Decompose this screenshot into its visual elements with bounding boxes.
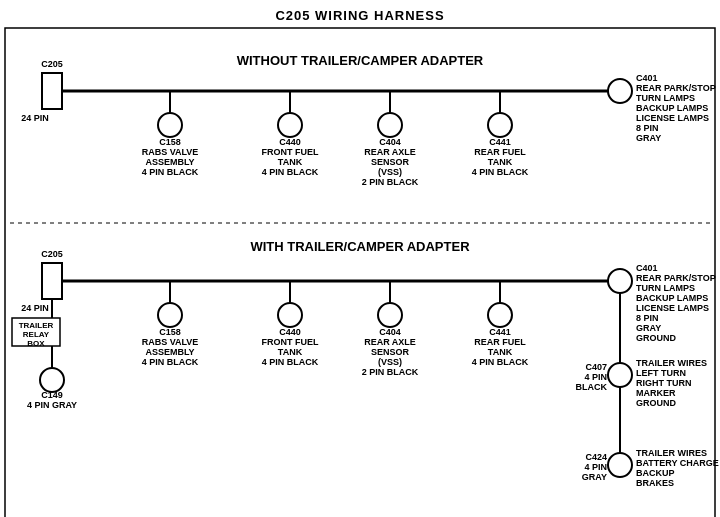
svg-point-73 [608, 453, 632, 477]
svg-text:C205: C205 [41, 59, 63, 69]
svg-text:C158: C158 [159, 137, 181, 147]
svg-text:C441: C441 [489, 327, 511, 337]
svg-text:24 PIN: 24 PIN [21, 113, 49, 123]
svg-text:4 PIN BLACK: 4 PIN BLACK [262, 357, 319, 367]
svg-text:4 PIN: 4 PIN [584, 372, 607, 382]
svg-text:RELAY: RELAY [23, 330, 50, 339]
svg-text:TRAILER WIRES: TRAILER WIRES [636, 448, 707, 458]
svg-text:4 PIN BLACK: 4 PIN BLACK [262, 167, 319, 177]
svg-text:ASSEMBLY: ASSEMBLY [145, 347, 194, 357]
svg-text:C441: C441 [489, 137, 511, 147]
svg-text:4 PIN BLACK: 4 PIN BLACK [472, 357, 529, 367]
diagram-container: WITHOUT TRAILER/CAMPER ADAPTER C205 24 P… [0, 23, 720, 517]
svg-text:TRAILER: TRAILER [19, 321, 54, 330]
svg-rect-2 [42, 73, 62, 109]
svg-text:C401: C401 [636, 263, 658, 273]
svg-point-26 [378, 113, 402, 137]
svg-text:SENSOR: SENSOR [371, 157, 410, 167]
svg-text:C404: C404 [379, 327, 401, 337]
svg-text:RABS VALVE: RABS VALVE [142, 147, 199, 157]
svg-text:ASSEMBLY: ASSEMBLY [145, 157, 194, 167]
svg-point-5 [608, 79, 632, 103]
svg-text:C404: C404 [379, 137, 401, 147]
svg-text:(VSS): (VSS) [378, 357, 402, 367]
svg-text:2 PIN BLACK: 2 PIN BLACK [362, 367, 419, 377]
svg-text:BRAKES: BRAKES [636, 478, 674, 488]
svg-text:BOX: BOX [27, 339, 45, 348]
svg-text:LEFT TURN: LEFT TURN [636, 368, 686, 378]
svg-text:GROUND: GROUND [636, 398, 676, 408]
svg-text:4 PIN BLACK: 4 PIN BLACK [142, 357, 199, 367]
svg-text:LICENSE LAMPS: LICENSE LAMPS [636, 113, 709, 123]
svg-text:REAR FUEL: REAR FUEL [474, 337, 526, 347]
svg-point-63 [608, 363, 632, 387]
svg-point-20 [278, 113, 302, 137]
svg-text:BACKUP LAMPS: BACKUP LAMPS [636, 103, 708, 113]
svg-text:C424: C424 [585, 452, 607, 462]
svg-text:BATTERY CHARGE: BATTERY CHARGE [636, 458, 719, 468]
svg-text:GROUND: GROUND [636, 333, 676, 343]
svg-text:2 PIN BLACK: 2 PIN BLACK [362, 177, 419, 187]
svg-text:TURN LAMPS: TURN LAMPS [636, 93, 695, 103]
svg-point-82 [158, 303, 182, 327]
svg-text:WITHOUT  TRAILER/CAMPER  ADAPT: WITHOUT TRAILER/CAMPER ADAPTER [237, 53, 484, 68]
svg-point-53 [608, 269, 632, 293]
svg-text:REAR AXLE: REAR AXLE [364, 337, 416, 347]
svg-text:GRAY: GRAY [636, 323, 661, 333]
svg-text:4 PIN GRAY: 4 PIN GRAY [27, 400, 77, 410]
svg-text:REAR PARK/STOP: REAR PARK/STOP [636, 273, 716, 283]
svg-text:BACKUP LAMPS: BACKUP LAMPS [636, 293, 708, 303]
svg-text:GRAY: GRAY [582, 472, 607, 482]
svg-text:GRAY: GRAY [636, 133, 661, 143]
svg-text:24 PIN: 24 PIN [21, 303, 49, 313]
svg-text:C407: C407 [585, 362, 607, 372]
svg-text:C440: C440 [279, 137, 301, 147]
svg-point-88 [278, 303, 302, 327]
svg-text:TANK: TANK [488, 347, 513, 357]
svg-rect-41 [42, 263, 62, 299]
svg-text:C401: C401 [636, 73, 658, 83]
svg-text:TANK: TANK [278, 347, 303, 357]
page-title: C205 WIRING HARNESS [0, 0, 720, 23]
svg-text:8 PIN: 8 PIN [636, 123, 659, 133]
svg-text:FRONT FUEL: FRONT FUEL [262, 337, 319, 347]
svg-text:LICENSE LAMPS: LICENSE LAMPS [636, 303, 709, 313]
svg-text:TURN LAMPS: TURN LAMPS [636, 283, 695, 293]
svg-point-94 [378, 303, 402, 327]
svg-text:C205: C205 [41, 249, 63, 259]
svg-text:REAR FUEL: REAR FUEL [474, 147, 526, 157]
svg-text:C149: C149 [41, 390, 63, 400]
svg-text:4 PIN BLACK: 4 PIN BLACK [142, 167, 199, 177]
svg-text:4 PIN: 4 PIN [584, 462, 607, 472]
svg-text:TRAILER WIRES: TRAILER WIRES [636, 358, 707, 368]
svg-text:BACKUP: BACKUP [636, 468, 675, 478]
svg-text:SENSOR: SENSOR [371, 347, 410, 357]
svg-text:WITH  TRAILER/CAMPER  ADAPTER: WITH TRAILER/CAMPER ADAPTER [250, 239, 470, 254]
svg-text:REAR AXLE: REAR AXLE [364, 147, 416, 157]
svg-text:REAR PARK/STOP: REAR PARK/STOP [636, 83, 716, 93]
svg-point-101 [488, 303, 512, 327]
svg-text:C158: C158 [159, 327, 181, 337]
svg-text:(VSS): (VSS) [378, 167, 402, 177]
svg-point-14 [158, 113, 182, 137]
svg-text:TANK: TANK [278, 157, 303, 167]
svg-text:4 PIN BLACK: 4 PIN BLACK [472, 167, 529, 177]
svg-point-50 [40, 368, 64, 392]
svg-text:TANK: TANK [488, 157, 513, 167]
svg-text:RIGHT TURN: RIGHT TURN [636, 378, 692, 388]
svg-point-33 [488, 113, 512, 137]
svg-text:C440: C440 [279, 327, 301, 337]
svg-text:BLACK: BLACK [576, 382, 608, 392]
svg-text:RABS VALVE: RABS VALVE [142, 337, 199, 347]
svg-text:MARKER: MARKER [636, 388, 676, 398]
svg-rect-106 [5, 28, 715, 517]
svg-text:FRONT FUEL: FRONT FUEL [262, 147, 319, 157]
svg-text:8 PIN: 8 PIN [636, 313, 659, 323]
